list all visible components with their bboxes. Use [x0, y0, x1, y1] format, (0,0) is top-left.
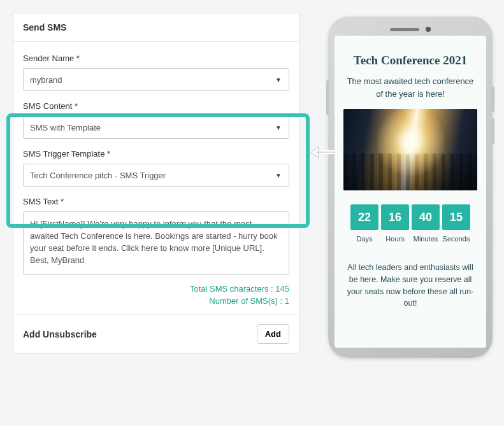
sms-text-group: SMS Text * Hi [FirstName]! We're very ha… — [23, 197, 289, 306]
sms-trigger-select-wrap: Tech Conference pitch - SMS Trigger ▼ — [23, 164, 289, 187]
preview-subtitle: The most awaited tech conference of the … — [343, 75, 477, 100]
phone-side-button — [326, 80, 329, 115]
panel-footer: Add Unsubscribe Add — [13, 315, 299, 353]
sender-name-label: Sender Name * — [23, 53, 289, 63]
countdown-seconds-label: Seconds — [442, 235, 470, 243]
camera-icon — [426, 27, 431, 32]
arrow-left-icon — [311, 144, 336, 160]
sms-content-group: SMS Content * SMS with Template ▼ — [23, 101, 289, 139]
panel-body: Sender Name * mybrand ▼ SMS Content * SM… — [13, 42, 299, 315]
phone-screen: Tech Conference 2021 The most awaited te… — [335, 36, 486, 348]
sms-trigger-select[interactable]: Tech Conference pitch - SMS Trigger — [23, 164, 289, 187]
phone-side-button — [492, 118, 494, 144]
sms-count: Number of SMS(s) : 1 — [23, 296, 289, 306]
countdown-days-value: 22 — [350, 204, 378, 230]
sms-content-select-wrap: SMS with Template ▼ — [23, 116, 289, 139]
preview-title: Tech Conference 2021 — [343, 53, 477, 67]
phone-side-button — [492, 87, 494, 112]
sms-trigger-label: SMS Trigger Template * — [23, 149, 289, 159]
phone-preview: Tech Conference 2021 The most awaited te… — [328, 17, 493, 358]
countdown-seconds-value: 15 — [442, 204, 470, 230]
preview-body: All tech leaders and enthusiasts will be… — [343, 262, 477, 309]
sms-text-label: SMS Text * — [23, 197, 289, 206]
sender-name-select[interactable]: mybrand — [23, 68, 289, 91]
sms-trigger-group: SMS Trigger Template * Tech Conference p… — [23, 149, 289, 187]
countdown-minutes-value: 40 — [412, 204, 440, 230]
sms-content-select[interactable]: SMS with Template — [23, 116, 289, 139]
add-button[interactable]: Add — [257, 324, 289, 344]
phone-notch — [335, 23, 486, 36]
panel-title: Send SMS — [13, 13, 299, 42]
preview-hero-image — [343, 109, 477, 190]
speaker-icon — [390, 28, 419, 31]
countdown-days-label: Days — [350, 235, 378, 243]
sms-content-label: SMS Content * — [23, 101, 289, 111]
sms-stats: Total SMS characters : 145 Number of SMS… — [23, 284, 289, 306]
countdown-hours-value: 16 — [381, 204, 409, 230]
send-sms-panel: Send SMS Sender Name * mybrand ▼ SMS Con… — [13, 13, 299, 353]
char-count: Total SMS characters : 145 — [23, 284, 289, 294]
sender-name-select-wrap: mybrand ▼ — [23, 68, 289, 91]
countdown-minutes-label: Minutes — [412, 235, 440, 243]
sms-text-textarea[interactable]: Hi [FirstName]! We're very happy to info… — [23, 211, 289, 275]
countdown: 22 16 40 15 — [343, 204, 477, 230]
sender-name-group: Sender Name * mybrand ▼ — [23, 53, 289, 91]
countdown-labels: Days Hours Minutes Seconds — [343, 235, 477, 243]
add-unsubscribe-title: Add Unsubscribe — [23, 329, 97, 339]
countdown-hours-label: Hours — [381, 235, 409, 243]
